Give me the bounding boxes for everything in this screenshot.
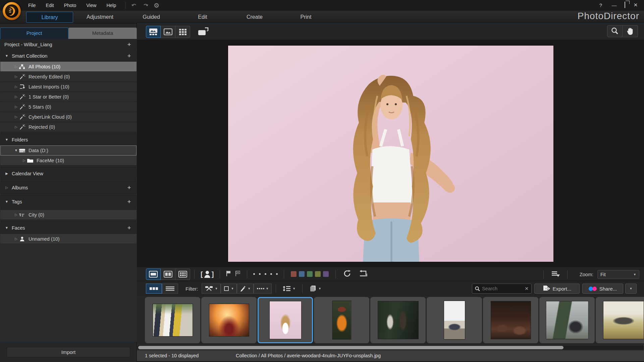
tree-item-data-drive[interactable]: ▼ Data (D:)	[0, 145, 137, 156]
filmstrip-thumbnail-view-button[interactable]	[146, 284, 162, 294]
secondary-display-icon[interactable]	[195, 26, 212, 38]
zoom-select[interactable]: Fit ▼	[597, 270, 639, 279]
flag-reject-icon[interactable]	[235, 270, 241, 278]
filmstrip-item-5[interactable]	[370, 297, 426, 343]
section-folders[interactable]: ▼ Folders	[0, 134, 137, 145]
add-tag-icon[interactable]: +	[126, 198, 132, 205]
tree-item-recently-edited[interactable]: ▷ Recently Edited (0)	[0, 72, 137, 82]
color-label-purple[interactable]	[323, 271, 329, 277]
tree-item-all-photos[interactable]: ▷ All Photos (10)	[0, 62, 137, 72]
add-project-icon[interactable]: +	[126, 41, 132, 48]
import-button[interactable]: Import	[7, 347, 130, 357]
filmstrip-item-3-selected[interactable]	[258, 297, 313, 343]
mode-tab-row: Library Adjustment Guided Edit Create Pr…	[0, 11, 644, 23]
search-input[interactable]	[482, 286, 523, 291]
section-albums[interactable]: ▷ Albums +	[0, 182, 137, 194]
filter-edited-dropdown[interactable]: ▼	[237, 284, 254, 294]
photo-viewer[interactable]	[137, 40, 644, 267]
search-clear-icon[interactable]: ✕	[525, 286, 529, 291]
zoom-tool-button[interactable]	[607, 25, 623, 37]
filmstrip-item-4[interactable]	[314, 297, 369, 343]
section-tags[interactable]: ▼ Tags +	[0, 196, 137, 208]
filter-flags-dropdown[interactable]: ▼	[202, 284, 221, 294]
tab-metadata[interactable]: Metadata	[68, 27, 137, 39]
menu-help[interactable]: Help	[106, 3, 116, 8]
minimize-button[interactable]: —	[611, 2, 617, 8]
tree-item-5-stars[interactable]: ▷ 5 Stars (0)	[0, 102, 137, 112]
drive-icon	[18, 148, 26, 153]
svg-text:T: T	[21, 213, 24, 218]
pan-hand-button[interactable]	[623, 25, 638, 37]
browse-mode-grid-button[interactable]	[175, 268, 190, 280]
sort-dropdown[interactable]: ▼	[280, 284, 298, 294]
filter-more-dropdown[interactable]: ▼	[254, 284, 272, 294]
add-face-icon[interactable]: +	[126, 225, 132, 231]
browse-mode-compare-button[interactable]	[161, 268, 175, 280]
color-label-green[interactable]	[307, 271, 313, 277]
filmstrip-list-view-button[interactable]	[162, 284, 178, 294]
filmstrip-item-1[interactable]	[145, 297, 200, 343]
redo-icon[interactable]	[142, 3, 149, 8]
share-more-dropdown[interactable]: ▼	[625, 284, 637, 294]
tree-item-cyberlink-cloud[interactable]: ▷ CyberLink Cloud (0)	[0, 112, 137, 122]
menu-view[interactable]: View	[86, 3, 96, 8]
histogram-list-icon[interactable]	[551, 270, 560, 279]
filmstrip-item-8[interactable]	[539, 297, 595, 343]
settings-gear-icon[interactable]: ⚙	[154, 2, 159, 9]
menu-file[interactable]: File	[28, 3, 36, 8]
maximize-button[interactable]	[625, 2, 625, 8]
viewer-mode-grid-button[interactable]	[175, 26, 190, 38]
tab-print[interactable]: Print	[301, 11, 312, 23]
tree-item-unnamed-faces[interactable]: ▷ Unnamed (10)	[0, 234, 137, 244]
breadcrumb: Collection / All Photos / averie-woodard…	[236, 353, 381, 358]
section-smart-collection[interactable]: ▼ Smart Collection +	[0, 50, 137, 62]
color-label-blue[interactable]	[299, 271, 305, 277]
scrollbar-thumb[interactable]	[138, 346, 564, 349]
filmstrip-item-6[interactable]	[427, 297, 482, 343]
crop-icon[interactable]	[359, 270, 368, 279]
project-tree: Project - Wilbur_Liang + ▼ Smart Collect…	[0, 39, 137, 342]
filmstrip-scrollbar[interactable]	[137, 345, 644, 350]
export-icon	[543, 285, 550, 292]
wand-icon	[18, 104, 26, 110]
section-calendar-view[interactable]: ▶ Calendar View	[0, 168, 137, 180]
export-button[interactable]: Export...	[534, 284, 580, 294]
undo-icon[interactable]	[131, 3, 138, 8]
star-rating-dots[interactable]	[253, 273, 278, 275]
rotate-icon[interactable]	[343, 269, 351, 279]
tab-project[interactable]: Project	[0, 27, 68, 39]
filmstrip-item-2[interactable]	[201, 297, 257, 343]
tab-adjustment[interactable]: Adjustment	[87, 11, 113, 23]
face-tag-icon[interactable]: [ ]	[199, 270, 216, 278]
browse-mode-single-button[interactable]	[146, 268, 161, 280]
tab-guided[interactable]: Guided	[143, 11, 160, 23]
person-icon	[18, 236, 26, 242]
tree-item-latest-imports[interactable]: ▷ Latest Imports (10)	[0, 82, 137, 92]
tree-item-1-star-or-better[interactable]: ▷ 1 Star or Better (0)	[0, 92, 137, 102]
menu-edit[interactable]: Edit	[46, 3, 54, 8]
filmstrip-item-7[interactable]	[483, 297, 538, 343]
search-box: ✕	[472, 284, 532, 294]
tab-create[interactable]: Create	[247, 11, 263, 23]
share-button[interactable]: Share...	[582, 284, 623, 294]
flag-pick-icon[interactable]	[226, 270, 231, 278]
tree-item-city-tag[interactable]: ▷ T City (0)	[0, 210, 137, 220]
tree-item-rejected[interactable]: ▷ Rejected (0)	[0, 122, 137, 132]
close-button[interactable]: ✕	[633, 2, 639, 8]
help-button[interactable]: ?	[598, 2, 604, 8]
viewer-mode-filmstrip-button[interactable]	[146, 26, 161, 38]
viewer-mode-single-button[interactable]	[161, 26, 175, 38]
add-album-icon[interactable]: +	[126, 184, 132, 191]
filter-label-dropdown[interactable]: ▼	[221, 284, 237, 294]
filmstrip-item-9[interactable]	[596, 297, 644, 343]
menu-photo[interactable]: Photo	[64, 3, 76, 8]
add-smart-collection-icon[interactable]: +	[126, 53, 132, 59]
section-faces[interactable]: ▼ Faces +	[0, 222, 137, 234]
stack-dropdown[interactable]: ▼	[307, 284, 324, 294]
tab-edit[interactable]: Edit	[198, 11, 207, 23]
tab-library[interactable]: Library	[26, 12, 73, 23]
selected-photo[interactable]	[228, 46, 553, 262]
color-label-red[interactable]	[291, 271, 297, 277]
color-label-olive[interactable]	[315, 271, 321, 277]
tree-item-faceme-folder[interactable]: ▷ FaceMe (10)	[0, 156, 137, 166]
